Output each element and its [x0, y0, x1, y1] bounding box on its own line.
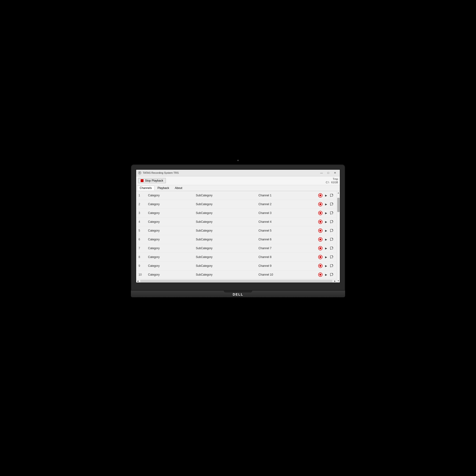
row-number: 4	[136, 218, 146, 226]
edit-button[interactable]	[329, 220, 334, 224]
scroll-up-arrow[interactable]: ▲	[337, 191, 340, 194]
play-button[interactable]: ▶	[324, 246, 328, 251]
record-button[interactable]	[318, 263, 323, 268]
toolbar-left: Stop Playback	[138, 178, 166, 183]
vertical-scrollbar[interactable]: ▲ ▼	[337, 191, 340, 283]
row-number: 1	[136, 191, 146, 200]
record-button[interactable]	[318, 193, 323, 198]
table-row: 6 Category SubCategory Channel 6 ▶	[136, 235, 337, 244]
play-button[interactable]: ▶	[324, 228, 328, 233]
action-icons: ▶	[315, 202, 334, 206]
row-number: 3	[136, 209, 146, 218]
play-button[interactable]: ▶	[324, 211, 328, 215]
scroll-down-arrow[interactable]: ▼	[337, 279, 340, 283]
row-channel: Channel 2	[256, 200, 313, 209]
record-button[interactable]	[318, 272, 323, 277]
record-button[interactable]	[318, 228, 323, 233]
tmp-label: Tmp	[326, 177, 338, 181]
record-icon-graphic	[318, 220, 323, 224]
vertical-scroll-thumb[interactable]	[337, 198, 340, 212]
scroll-left-arrow[interactable]: ◀	[136, 280, 139, 282]
row-category: Category	[146, 200, 193, 209]
row-channel: Channel 4	[256, 218, 313, 226]
play-button[interactable]: ▶	[324, 255, 328, 259]
row-actions: ▶	[313, 235, 337, 244]
menu-playback[interactable]: Playback	[155, 186, 172, 190]
row-category: Category	[146, 226, 193, 235]
record-icon-graphic	[318, 272, 323, 277]
record-button[interactable]	[318, 246, 323, 251]
table-row: 8 Category SubCategory Channel 8 ▶	[136, 253, 337, 262]
screen-bezel: TATAS Recording System TRS — □ ✕ Stop Pl…	[131, 165, 345, 291]
app-window: TATAS Recording System TRS — □ ✕ Stop Pl…	[136, 170, 340, 283]
table-area: 1 Category SubCategory Channel 1 ▶	[136, 191, 340, 283]
row-actions: ▶	[313, 262, 337, 270]
close-button[interactable]: ✕	[332, 170, 338, 175]
record-dot	[319, 194, 321, 196]
stop-playback-label: Stop Playback	[145, 179, 163, 182]
action-icons: ▶	[315, 211, 334, 215]
horizontal-scroll-thumb[interactable]	[140, 280, 333, 282]
record-button[interactable]	[318, 202, 323, 206]
record-button[interactable]	[318, 255, 323, 259]
table-row: 5 Category SubCategory Channel 5 ▶	[136, 226, 337, 235]
edit-button[interactable]	[329, 211, 334, 215]
play-button[interactable]: ▶	[324, 272, 328, 277]
edit-button[interactable]	[329, 193, 334, 198]
table-row: 9 Category SubCategory Channel 9 ▶	[136, 262, 337, 270]
toolbar: Stop Playback Tmp C:\ 61GB	[136, 176, 340, 186]
title-bar-left: TATAS Recording System TRS	[138, 171, 179, 174]
row-number: 10	[136, 270, 146, 279]
table-row: 10 Category SubCategory Channel 10 ▶	[136, 270, 337, 279]
record-button[interactable]	[318, 237, 323, 242]
edit-button[interactable]	[329, 237, 334, 242]
drive-label: C:\ 61GB	[326, 181, 338, 184]
row-actions: ▶	[313, 253, 337, 262]
record-dot	[319, 203, 321, 205]
row-channel: Channel 3	[256, 209, 313, 218]
edit-button[interactable]	[329, 255, 334, 259]
stop-playback-button[interactable]: Stop Playback	[138, 178, 166, 183]
record-icon-graphic	[318, 193, 323, 198]
menu-channels[interactable]: Channels	[137, 186, 154, 190]
row-actions: ▶	[313, 218, 337, 226]
row-category: Category	[146, 191, 193, 200]
scroll-right-arrow[interactable]: ▶	[333, 280, 337, 282]
action-icons: ▶	[315, 228, 334, 233]
record-button[interactable]	[318, 220, 323, 224]
row-actions: ▶	[313, 209, 337, 218]
play-button[interactable]: ▶	[324, 202, 328, 206]
record-dot	[319, 238, 321, 240]
row-actions: ▶	[313, 200, 337, 209]
row-number: 9	[136, 262, 146, 270]
record-icon-graphic	[318, 211, 323, 215]
menu-about[interactable]: About	[172, 186, 185, 190]
edit-button[interactable]	[329, 263, 334, 268]
row-number: 7	[136, 244, 146, 253]
horizontal-scrollbar[interactable]: ◀ ▶	[136, 279, 337, 283]
record-dot	[319, 265, 321, 267]
table-scroll: 1 Category SubCategory Channel 1 ▶	[136, 191, 337, 283]
row-category: Category	[146, 270, 193, 279]
play-button[interactable]: ▶	[324, 193, 328, 198]
row-category: Category	[146, 253, 193, 262]
play-button[interactable]: ▶	[324, 237, 328, 242]
row-category: Category	[146, 209, 193, 218]
record-icon-graphic	[318, 246, 323, 250]
maximize-button[interactable]: □	[325, 170, 331, 175]
edit-button[interactable]	[329, 246, 334, 251]
play-button[interactable]: ▶	[324, 220, 328, 224]
edit-button[interactable]	[329, 272, 334, 277]
record-button[interactable]	[318, 211, 323, 215]
edit-button[interactable]	[329, 202, 334, 206]
edit-button[interactable]	[329, 228, 334, 233]
laptop-container: TATAS Recording System TRS — □ ✕ Stop Pl…	[131, 165, 345, 298]
minimize-button[interactable]: —	[319, 170, 325, 175]
row-actions: ▶	[313, 244, 337, 253]
record-icon-graphic	[318, 264, 323, 268]
row-category: Category	[146, 235, 193, 244]
play-button[interactable]: ▶	[324, 263, 328, 268]
row-channel: Channel 7	[256, 244, 313, 253]
record-icon-graphic	[318, 228, 323, 233]
laptop-base: DELL	[131, 290, 345, 297]
